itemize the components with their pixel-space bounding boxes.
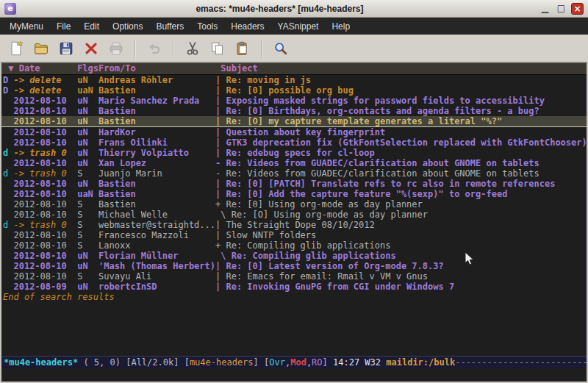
menu-item-edit[interactable]: Edit bbox=[77, 19, 106, 34]
message-row[interactable]: 2012-08-10 S Lanoxx + Re: Compiling glib… bbox=[1, 240, 587, 251]
menu-item-yasnippet[interactable]: YASnippet bbox=[271, 19, 326, 34]
message-flags: uN bbox=[77, 75, 98, 85]
message-date: -> delete bbox=[13, 85, 77, 96]
message-flags: S bbox=[77, 220, 98, 230]
message-row[interactable]: 2012-08-10 uN Bastien | Re: [O] my captu… bbox=[1, 116, 587, 127]
message-row[interactable]: 2012-08-10 uaN Bastien | Re: [0] Add the… bbox=[1, 189, 587, 199]
search-icon[interactable] bbox=[270, 38, 291, 59]
header-line[interactable]: ▼ Date FlgsFrom/To Subject bbox=[1, 62, 587, 75]
message-subject: Re: [0] Add the capture feature "%(sexp)… bbox=[226, 189, 507, 199]
copy-icon[interactable] bbox=[207, 38, 228, 59]
maximize-button[interactable]: □ bbox=[555, 3, 567, 15]
message-row[interactable]: 2012-08-10 S Michael Welle \ Re: [O] Usi… bbox=[1, 210, 587, 220]
message-date: 2012-08-10 bbox=[13, 261, 77, 271]
message-from: Mario Sanchez Prada bbox=[98, 96, 215, 106]
message-from: Andreas Röhler bbox=[98, 75, 215, 85]
message-from: webmaster@straightd... bbox=[98, 220, 215, 230]
message-row[interactable]: d -> trash 0 S webmaster@straightd...| T… bbox=[1, 220, 587, 230]
toolbar-separator bbox=[173, 40, 174, 57]
paste-icon[interactable] bbox=[232, 38, 253, 59]
menu-item-mymenu[interactable]: MyMenu bbox=[3, 19, 50, 34]
message-flags: uaN bbox=[77, 189, 98, 199]
message-row[interactable]: 2012-08-10 uN 'Mash (Thomas Herbert)| Re… bbox=[1, 261, 587, 271]
message-subject: Re: [0] [PATCH] Translate refs to rc als… bbox=[226, 179, 555, 189]
message-flags: uN bbox=[77, 127, 98, 137]
mode-line[interactable]: *mu4e-headers* ( 5, 0) [All/2.0k] [mu4e-… bbox=[1, 356, 587, 368]
message-marker bbox=[3, 251, 13, 261]
toolbar bbox=[0, 35, 588, 62]
message-marker bbox=[3, 282, 13, 292]
menu-item-headers[interactable]: Headers bbox=[224, 19, 270, 34]
message-subject: Re: [O] Using org-mode as day planner bbox=[232, 210, 428, 220]
message-row[interactable]: 2012-08-10 uN Bastien | Re: [0] Birthday… bbox=[1, 106, 587, 116]
message-subject: Re: [0] Using org-mode as day planner bbox=[226, 199, 422, 210]
message-row[interactable]: D -> delete uN Andreas Röhler | Re: movi… bbox=[1, 75, 587, 85]
message-flags: S bbox=[77, 199, 98, 210]
menu-item-tools[interactable]: Tools bbox=[190, 19, 224, 34]
message-subject: Exposing masked strings for password fie… bbox=[226, 96, 544, 106]
kill-buffer-icon[interactable] bbox=[81, 38, 101, 59]
menu-item-buffers[interactable]: Buffers bbox=[149, 19, 190, 34]
message-list: D -> delete uN Andreas Röhler | Re: movi… bbox=[1, 75, 587, 292]
message-marker: d bbox=[3, 168, 13, 179]
message-row[interactable]: 2012-08-10 uN Frans Oilinki | GTK3 depre… bbox=[1, 137, 587, 148]
message-date: 2012-08-10 bbox=[13, 271, 77, 282]
message-row[interactable]: 2012-08-10 uN Mario Sanchez Prada | Expo… bbox=[1, 96, 587, 106]
message-row[interactable]: 2012-08-09 uN robertcInSD | Re: Invoking… bbox=[1, 282, 587, 292]
thread-separator: | bbox=[215, 261, 226, 271]
message-subject: Re: Compiling glib applications bbox=[232, 251, 396, 261]
message-flags: S bbox=[77, 230, 98, 240]
message-flags: uN bbox=[77, 148, 98, 158]
thread-separator: | bbox=[215, 106, 226, 116]
new-file-icon[interactable] bbox=[6, 38, 26, 59]
menu-item-file[interactable]: File bbox=[50, 19, 77, 34]
message-row[interactable]: 2012-08-10 S Bastien + Re: [0] Using org… bbox=[1, 199, 587, 210]
message-row[interactable]: 2012-08-10 S Suvayu Ali | Re: Emacs for … bbox=[1, 271, 587, 282]
message-row[interactable]: d -> trash 0 uN Thierry Volpiatto | Re: … bbox=[1, 148, 587, 158]
message-flags: S bbox=[77, 271, 98, 282]
modeline-segment: RO bbox=[312, 357, 322, 368]
toolbar-separator bbox=[135, 40, 136, 57]
message-marker bbox=[3, 230, 13, 240]
message-from: Bastien bbox=[98, 116, 215, 126]
message-row[interactable]: 2012-08-10 uN Florian Müllner \ Re: Comp… bbox=[1, 251, 587, 261]
message-marker bbox=[3, 116, 13, 126]
message-row[interactable]: 2012-08-10 uN Xan Lopez - Re: Videos fro… bbox=[1, 158, 587, 168]
save-icon[interactable] bbox=[56, 38, 76, 59]
minimize-button[interactable]: ▁ bbox=[539, 3, 551, 15]
thread-separator: + bbox=[215, 199, 226, 210]
window-title: emacs: *mu4e-headers* [mu4e-headers] bbox=[21, 4, 539, 14]
message-subject: Slow NNTP folders bbox=[226, 230, 316, 240]
modeline-segment: maildir:/bulk bbox=[386, 357, 455, 368]
message-marker bbox=[3, 158, 13, 168]
message-date: 2012-08-10 bbox=[13, 158, 77, 168]
message-subject: The Straight Dope 08/10/2012 bbox=[226, 220, 374, 230]
close-button[interactable]: × bbox=[571, 3, 584, 15]
message-marker bbox=[3, 210, 13, 220]
modeline-segment: Mod bbox=[290, 357, 306, 368]
message-date: 2012-08-09 bbox=[13, 282, 77, 292]
message-flags: uN bbox=[77, 96, 98, 106]
message-date: 2012-08-10 bbox=[13, 106, 77, 116]
message-marker bbox=[3, 271, 13, 282]
menu-item-help[interactable]: Help bbox=[325, 19, 356, 34]
thread-separator: \ bbox=[215, 251, 232, 261]
message-flags: uN bbox=[77, 116, 98, 126]
menu-item-options[interactable]: Options bbox=[106, 19, 149, 34]
message-marker bbox=[3, 127, 13, 137]
message-row[interactable]: 2012-08-10 uN Bastien | Re: [0] [PATCH] … bbox=[1, 179, 587, 189]
thread-separator: | bbox=[215, 189, 226, 199]
cut-icon[interactable] bbox=[182, 38, 203, 59]
open-file-icon[interactable] bbox=[31, 38, 51, 59]
echo-area[interactable] bbox=[1, 368, 587, 382]
message-subject: Re: moving in js bbox=[226, 75, 311, 85]
message-row[interactable]: 2012-08-10 uN HardKor | Question about k… bbox=[1, 127, 587, 137]
message-row[interactable]: d -> trash 0 S Juanjo Marin - Re: Videos… bbox=[1, 168, 587, 179]
title-bar[interactable]: e emacs: *mu4e-headers* [mu4e-headers] ▁… bbox=[0, 0, 588, 18]
message-row[interactable]: 2012-08-10 S Francesco Mazzoli | Slow NN… bbox=[1, 230, 587, 240]
message-from: Suvayu Ali bbox=[98, 271, 215, 282]
message-row[interactable]: D -> delete uaN Bastien | Re: [0] possib… bbox=[1, 85, 587, 96]
thread-separator: - bbox=[215, 158, 226, 168]
thread-separator: | bbox=[215, 116, 226, 126]
message-subject: Re: [O] my capture template generates a … bbox=[226, 116, 502, 126]
